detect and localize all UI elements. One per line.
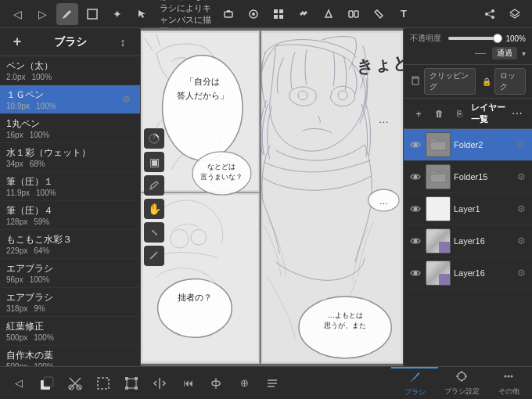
layer-gear-button[interactable]: ⚙ [515, 203, 527, 215]
tool10-button[interactable] [293, 3, 315, 25]
brush-opacity: 100% [34, 362, 54, 366]
opacity-slider[interactable] [448, 37, 502, 40]
brush-name: 自作木の葉 [6, 349, 134, 362]
transform-tool[interactable]: ⤡ [144, 222, 164, 243]
layer-item[interactable]: Layer1 ⚙ [404, 193, 532, 225]
playback-button[interactable]: ⏮ [175, 371, 200, 396]
layer-item[interactable]: Folder15 ⚙ [404, 161, 532, 193]
brush-item[interactable]: ペン（太） 2.0px 100% [0, 56, 140, 85]
ruler-tool[interactable] [144, 246, 164, 266]
undo-bottom-button[interactable]: ◁ [6, 371, 31, 396]
tool7-button[interactable] [217, 3, 239, 25]
tool-b8[interactable] [203, 371, 228, 396]
clipping-row: クリッピング 🔒 ロック [404, 65, 532, 99]
layer-gear-button[interactable]: ⚙ [515, 267, 527, 279]
layer-visibility-toggle[interactable] [408, 170, 422, 184]
blend-arrow[interactable]: ▾ [522, 49, 526, 58]
svg-point-27 [163, 56, 243, 160]
brush-gear-icon[interactable]: ⚙ [118, 92, 134, 107]
brush-item[interactable]: 筆（圧）１ 11.9px 100% [0, 172, 140, 201]
opacity-label: 不透明度 [410, 33, 445, 44]
layer-visibility-toggle[interactable] [408, 138, 422, 152]
brush-list: ペン（太） 2.0px 100% １Ｇペン 10.9px 100% ⚙ 1丸ペン… [0, 56, 140, 366]
canvas-area[interactable]: ▣ ✋ ⤡ [141, 28, 403, 366]
color-main-button[interactable] [34, 371, 59, 396]
layer-gear-button[interactable]: ⚙ [515, 171, 527, 183]
brush-item[interactable]: 紅葉修正 500px 100% [0, 317, 140, 346]
brush-size: 16px [6, 131, 23, 139]
undo-button[interactable]: ◁ [6, 3, 28, 25]
brush-item[interactable]: エアブラシ 318px 9% [0, 288, 140, 317]
grid-button[interactable] [268, 3, 289, 25]
svg-rect-2 [225, 12, 232, 17]
svg-rect-59 [125, 386, 128, 390]
cut-button[interactable] [63, 371, 88, 396]
shape-tool-button[interactable] [81, 3, 103, 25]
brush-item[interactable]: １Ｇペン 10.9px 100% ⚙ [0, 85, 140, 114]
layer-visibility-toggle[interactable] [408, 202, 422, 216]
brush-item[interactable]: 水１彩（ウェット） 34px 68% [0, 143, 140, 172]
brush-size: 96px [6, 275, 23, 284]
layer-folder-thumb [426, 164, 451, 189]
star-tool-button[interactable]: ✦ [106, 3, 128, 25]
layers-button[interactable] [504, 3, 526, 25]
brush-add-button[interactable]: + [6, 31, 28, 53]
canvas-side-tools: ▣ ✋ ⤡ [141, 125, 167, 269]
tool11-button[interactable] [318, 3, 340, 25]
layer-item[interactable]: Layer16 ⚙ [404, 257, 532, 289]
layer-visibility-toggle[interactable] [408, 266, 422, 280]
lock-icon: 🔒 [482, 77, 491, 86]
bottom-tabs: ブラシ ブラシ設定 その他 [391, 367, 532, 399]
brush-stats: 500px 100% [6, 333, 134, 342]
delete-layer-button[interactable]: 🗑 [430, 105, 448, 122]
select-bottom-button[interactable] [91, 371, 116, 396]
brush-item[interactable]: 自作木の葉 500px 100% [0, 346, 140, 366]
select-tool-button[interactable] [131, 3, 153, 25]
clipping-button[interactable]: クリッピング [424, 68, 476, 95]
tool12-button[interactable] [343, 3, 365, 25]
tab-other[interactable]: その他 [485, 367, 532, 399]
lock-button[interactable]: ロック [494, 68, 526, 95]
brush-item-info: 筆（圧）１ 11.9px 100% [6, 175, 134, 197]
transform-bottom-button[interactable] [119, 371, 144, 396]
tool-b9[interactable]: ⊕ [232, 371, 257, 396]
svg-line-15 [487, 11, 493, 14]
flip-bottom-button[interactable] [147, 371, 172, 396]
svg-text:「自分は: 「自分は [185, 77, 220, 86]
tool13-button[interactable] [368, 3, 390, 25]
brush-size: 2.0px [6, 73, 25, 81]
eye-dropper-tool[interactable] [144, 175, 164, 196]
tab-brush[interactable]: ブラシ [391, 367, 438, 399]
tab-brush-settings[interactable]: ブラシ設定 [438, 367, 485, 399]
brush-opacity: 68% [30, 160, 45, 168]
layers-list-title: レイヤー一覧 [471, 102, 505, 125]
layer-gear-button[interactable]: ⚙ [515, 235, 527, 247]
blend-mode-selector[interactable]: 通過 [492, 47, 517, 59]
tool-b10[interactable] [260, 371, 285, 396]
svg-rect-7 [279, 9, 283, 13]
redo-button[interactable]: ▷ [31, 3, 53, 25]
share-button[interactable] [479, 3, 501, 25]
brush-item-info: 水１彩（ウェット） 34px 68% [6, 146, 134, 168]
svg-point-5 [252, 13, 255, 16]
move-tool[interactable]: ✋ [144, 199, 164, 219]
tool8-button[interactable] [243, 3, 264, 25]
layer-gear-button[interactable]: ⚙ [515, 138, 527, 151]
copy-layer-button[interactable]: ⎘ [451, 105, 468, 122]
brush-item[interactable]: 筆（圧）４ 128px 59% [0, 201, 140, 230]
layer-item[interactable]: Folder2 ⚙ [404, 129, 532, 161]
svg-text:思うが、また: 思うが、また [323, 322, 366, 330]
brush-item[interactable]: もこもこ水彩３ 229px 64% [0, 230, 140, 259]
fill-tool[interactable]: ▣ [144, 152, 164, 172]
text-button[interactable]: T [393, 3, 415, 25]
color-picker-tool[interactable] [144, 128, 164, 149]
brush-sort-button[interactable]: ↕ [112, 31, 134, 53]
layer-visibility-toggle[interactable] [408, 234, 422, 248]
add-layer-button[interactable]: + [410, 105, 427, 122]
svg-text:答人だから」: 答人だから」 [177, 91, 228, 100]
layer-item[interactable]: Layer16 ⚙ [404, 225, 532, 257]
layers-menu-button[interactable]: ⋯ [509, 105, 526, 122]
brush-item[interactable]: エアブラシ 96px 100% [0, 259, 140, 288]
pencil-tool-button[interactable] [56, 3, 78, 25]
brush-item[interactable]: 1丸ペン 16px 100% [0, 114, 140, 143]
